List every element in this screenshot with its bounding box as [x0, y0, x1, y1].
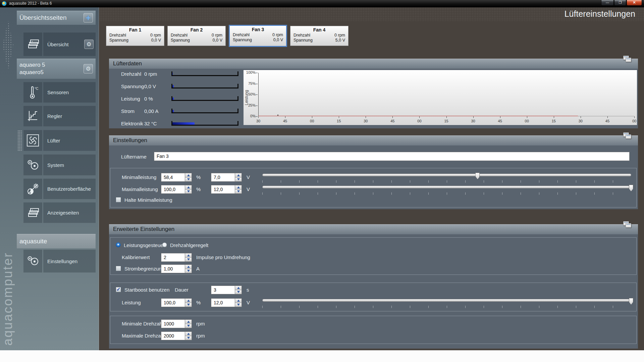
spin-down-icon[interactable] — [185, 303, 192, 307]
slider-thumb[interactable] — [629, 298, 633, 305]
cascade-windows-icon[interactable] — [623, 56, 632, 64]
spin-up-icon[interactable] — [185, 320, 192, 324]
sidebar-item-label: Regler — [47, 113, 94, 119]
mode-power-radio[interactable] — [116, 242, 121, 247]
spin-down-icon[interactable] — [185, 269, 192, 273]
spin-down-icon[interactable] — [185, 257, 192, 262]
min-rpm-spinner[interactable]: 1000 — [161, 319, 192, 328]
current-limit-spinner[interactable]: 1,00 — [161, 264, 192, 273]
spin-up-icon[interactable] — [235, 173, 241, 177]
minimize-button[interactable]: — — [601, 0, 614, 6]
spin-down-icon[interactable] — [235, 303, 241, 307]
section-header: Lüfterdaten — [109, 59, 638, 69]
spin-up-icon[interactable] — [235, 185, 241, 189]
sidebar-item-regler[interactable]: Regler — [23, 106, 96, 126]
current-limit-checkbox[interactable] — [116, 266, 121, 271]
metric-label: Spannung — [121, 83, 144, 89]
chart-y-ticks: 100%75%50%25%0% — [244, 73, 258, 116]
startboost-label: Startboost benutzen — [124, 287, 169, 293]
fan-tab-4[interactable]: Fan 4 Drehzahl0 rpm Spannung5,0 V — [290, 26, 348, 46]
window-titlebar[interactable]: aquasuite 2012 - Beta 6 — ❐ ✕ — [0, 0, 644, 7]
section-header: Erweiterte Einstellungen — [109, 224, 638, 234]
boost-power-slider[interactable] — [262, 298, 631, 308]
metric-value: 0 rpm — [144, 71, 157, 77]
spin-up-icon[interactable] — [185, 185, 192, 189]
rpm-limits-group: Minimale Drehzahl 1000 rpm Maximale Dreh… — [110, 316, 637, 344]
cascade-windows-icon[interactable] — [623, 132, 632, 140]
fan-tab-1[interactable]: Fan 1 Drehzahl0 rpm Spannung0,0 V — [106, 26, 164, 46]
spin-up-icon[interactable] — [235, 286, 241, 290]
spin-down-icon[interactable] — [185, 177, 192, 182]
bottom-strip — [0, 350, 644, 362]
aquacomputer-brand: aquacomputer — [1, 252, 15, 346]
min-power-volt-spinner[interactable]: 7,0 — [211, 173, 242, 182]
cascade-windows-icon[interactable] — [623, 221, 632, 229]
fan-tab-3-selected[interactable]: Fan 3 Drehzahl0 rpm Spannung0,0 V — [229, 25, 287, 47]
boost-volt-spinner[interactable]: 12,0 — [211, 298, 242, 307]
sidebar-item-sensoren[interactable]: °C Sensoren — [23, 82, 96, 103]
calibration-spinner[interactable]: 2 — [161, 253, 192, 262]
unit-label: A — [196, 266, 200, 272]
unit-label: % — [196, 186, 201, 192]
calibration-label: Kalibrierwert — [122, 254, 150, 260]
close-button[interactable]: ✕ — [627, 0, 642, 6]
sidebar-item-einstellungen[interactable]: Einstellungen — [23, 250, 96, 273]
page-settings-button[interactable]: ⚙ — [84, 40, 94, 49]
sidebar-item-anzeigeseiten[interactable]: 1 Anzeigeseiten — [23, 202, 96, 223]
duration-label: Dauer — [175, 287, 189, 293]
maximize-button[interactable]: ❐ — [614, 0, 626, 6]
gear-icon: ⚙ — [86, 66, 91, 72]
mode-power-label[interactable]: Leistungsgesteuert — [124, 242, 166, 248]
slider-thumb[interactable] — [629, 185, 633, 191]
sidebar-item-luefter[interactable]: Lüfter — [23, 130, 96, 151]
spin-down-icon[interactable] — [185, 189, 192, 194]
hold-min-power-checkbox[interactable] — [116, 197, 121, 202]
min-power-percent-spinner[interactable]: 58,4 — [161, 173, 192, 182]
spin-up-icon[interactable] — [185, 173, 192, 177]
spin-down-icon[interactable] — [235, 189, 241, 194]
slider-thumb[interactable] — [475, 173, 480, 179]
gear-icon: ⚙ — [86, 42, 91, 47]
spin-up-icon[interactable] — [235, 299, 241, 303]
startboost-group: Startboost benutzen Dauer 3 s Leistung 1… — [110, 283, 637, 311]
thermometer-icon: °C — [23, 82, 42, 103]
max-power-slider[interactable] — [262, 184, 631, 194]
fan-name-input[interactable]: Fan 3 — [154, 152, 630, 161]
sidebar-item-system[interactable]: System — [23, 155, 96, 175]
chart-x-ticks: 304500153045001530450015304500 — [258, 118, 634, 124]
metric-value: 0,0 V — [144, 83, 156, 89]
svg-text:°C: °C — [35, 87, 38, 90]
startboost-checkbox[interactable] — [116, 287, 121, 292]
sidebar-item-uebersicht[interactable]: 1 Übersicht ⚙ — [23, 33, 96, 56]
mode-rpm-radio[interactable] — [162, 242, 167, 247]
metric-value: 0,00 A — [144, 108, 159, 114]
selected-item-dots — [17, 130, 22, 151]
spin-down-icon[interactable] — [185, 324, 192, 328]
spin-up-icon[interactable] — [185, 332, 192, 336]
device-settings-button[interactable]: ⚙ — [84, 64, 93, 73]
current-limit-label: Strombegrenzung — [124, 266, 164, 272]
pages-icon: 1 — [23, 202, 42, 223]
max-power-percent-spinner[interactable]: 100,0 — [161, 185, 192, 194]
fan-tab-2[interactable]: Fan 2 Drehzahl0 rpm Spannung0,0 V — [167, 26, 226, 46]
spin-down-icon[interactable] — [235, 290, 241, 294]
spin-down-icon[interactable] — [235, 177, 241, 182]
hold-min-power-label: Halte Minimalleistung — [124, 197, 172, 203]
spin-up-icon[interactable] — [185, 265, 192, 269]
spin-up-icon[interactable] — [185, 253, 192, 257]
spin-up-icon[interactable] — [185, 299, 192, 303]
min-power-slider[interactable] — [262, 172, 631, 182]
boost-percent-spinner[interactable]: 100,0 — [161, 298, 192, 307]
spin-down-icon[interactable] — [185, 336, 192, 340]
max-power-volt-spinner[interactable]: 12,0 — [211, 185, 242, 194]
duration-spinner[interactable]: 3 — [211, 286, 242, 294]
max-rpm-spinner[interactable]: 2000 — [161, 331, 192, 340]
metric-value: 32 °C — [144, 121, 157, 126]
sidebar-item-benutzeroberflaeche[interactable]: Benutzeroberfläche — [23, 179, 96, 199]
add-overview-page-button[interactable]: + — [84, 13, 93, 22]
mode-rpm-label[interactable]: Drehzahlgeregelt — [170, 242, 208, 248]
gauge-elektronik — [171, 121, 238, 126]
app-logo-icon — [2, 1, 7, 6]
metric-label: Leistung — [121, 96, 140, 102]
metric-label: Drehzahl — [121, 71, 141, 77]
